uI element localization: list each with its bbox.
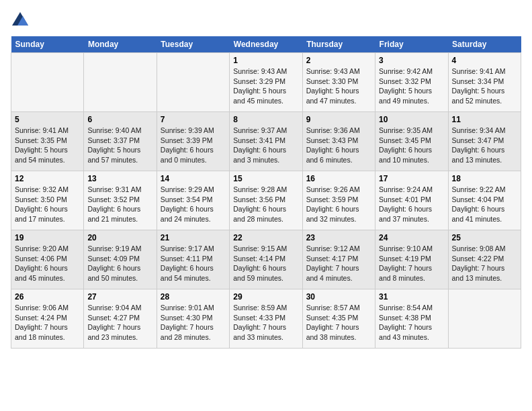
- day-number: 4: [452, 56, 517, 65]
- calendar-cell: 18Sunrise: 9:22 AM Sunset: 4:04 PM Dayli…: [448, 171, 521, 230]
- day-number: 19: [15, 233, 80, 242]
- day-info: Sunrise: 9:26 AM Sunset: 3:59 PM Dayligh…: [306, 185, 371, 224]
- weekday-header: Monday: [84, 36, 157, 53]
- day-number: 7: [161, 115, 226, 124]
- day-number: 2: [306, 56, 371, 65]
- calendar-cell: [84, 53, 157, 112]
- day-number: 11: [452, 115, 517, 124]
- logo-icon: [11, 11, 30, 30]
- day-info: Sunrise: 9:01 AM Sunset: 4:30 PM Dayligh…: [161, 303, 226, 342]
- day-number: 13: [87, 174, 152, 183]
- day-number: 20: [87, 233, 152, 242]
- weekday-header-row: SundayMondayTuesdayWednesdayThursdayFrid…: [11, 36, 521, 53]
- calendar-cell: [11, 53, 84, 112]
- calendar-cell: 2Sunrise: 9:43 AM Sunset: 3:30 PM Daylig…: [302, 53, 375, 112]
- day-info: Sunrise: 8:54 AM Sunset: 4:38 PM Dayligh…: [379, 303, 444, 342]
- day-info: Sunrise: 9:19 AM Sunset: 4:09 PM Dayligh…: [87, 244, 152, 283]
- day-info: Sunrise: 9:08 AM Sunset: 4:22 PM Dayligh…: [452, 244, 517, 283]
- day-info: Sunrise: 9:40 AM Sunset: 3:37 PM Dayligh…: [87, 126, 152, 165]
- day-info: Sunrise: 9:04 AM Sunset: 4:27 PM Dayligh…: [87, 303, 152, 342]
- day-info: Sunrise: 9:28 AM Sunset: 3:56 PM Dayligh…: [233, 185, 298, 224]
- weekday-header: Wednesday: [230, 36, 302, 53]
- day-info: Sunrise: 9:42 AM Sunset: 3:32 PM Dayligh…: [379, 66, 444, 106]
- day-info: Sunrise: 9:17 AM Sunset: 4:11 PM Dayligh…: [161, 244, 226, 283]
- calendar-cell: 10Sunrise: 9:35 AM Sunset: 3:45 PM Dayli…: [375, 112, 448, 171]
- calendar-cell: 28Sunrise: 9:01 AM Sunset: 4:30 PM Dayli…: [157, 289, 229, 349]
- day-number: 23: [306, 233, 371, 242]
- day-info: Sunrise: 9:36 AM Sunset: 3:43 PM Dayligh…: [306, 126, 371, 165]
- day-number: 26: [15, 292, 80, 302]
- calendar-cell: 26Sunrise: 9:06 AM Sunset: 4:24 PM Dayli…: [11, 289, 84, 349]
- weekday-header: Sunday: [11, 36, 84, 53]
- day-number: 25: [452, 233, 517, 242]
- day-info: Sunrise: 9:12 AM Sunset: 4:17 PM Dayligh…: [306, 244, 371, 283]
- day-info: Sunrise: 9:35 AM Sunset: 3:45 PM Dayligh…: [379, 126, 444, 165]
- day-info: Sunrise: 9:43 AM Sunset: 3:29 PM Dayligh…: [233, 66, 298, 106]
- calendar-cell: 19Sunrise: 9:20 AM Sunset: 4:06 PM Dayli…: [11, 230, 84, 289]
- calendar-cell: 30Sunrise: 8:57 AM Sunset: 4:35 PM Dayli…: [302, 289, 375, 349]
- calendar-cell: 3Sunrise: 9:42 AM Sunset: 3:32 PM Daylig…: [375, 53, 448, 112]
- day-info: Sunrise: 9:41 AM Sunset: 3:35 PM Dayligh…: [15, 126, 80, 165]
- calendar-cell: 22Sunrise: 9:15 AM Sunset: 4:14 PM Dayli…: [230, 230, 302, 289]
- calendar-cell: 15Sunrise: 9:28 AM Sunset: 3:56 PM Dayli…: [230, 171, 302, 230]
- day-number: 6: [87, 115, 152, 124]
- day-number: 15: [233, 174, 298, 183]
- day-number: 17: [379, 174, 444, 183]
- day-info: Sunrise: 9:15 AM Sunset: 4:14 PM Dayligh…: [233, 244, 298, 283]
- day-info: Sunrise: 9:29 AM Sunset: 3:54 PM Dayligh…: [161, 185, 226, 224]
- calendar-cell: 9Sunrise: 9:36 AM Sunset: 3:43 PM Daylig…: [302, 112, 375, 171]
- weekday-header: Thursday: [302, 36, 375, 53]
- day-number: 30: [306, 292, 371, 302]
- day-info: Sunrise: 9:22 AM Sunset: 4:04 PM Dayligh…: [452, 185, 517, 224]
- day-info: Sunrise: 9:41 AM Sunset: 3:34 PM Dayligh…: [452, 66, 517, 106]
- calendar-table: SundayMondayTuesdayWednesdayThursdayFrid…: [11, 36, 521, 349]
- weekday-header: Tuesday: [157, 36, 229, 53]
- day-number: 9: [306, 115, 371, 124]
- calendar-week-row: 12Sunrise: 9:32 AM Sunset: 3:50 PM Dayli…: [11, 171, 521, 230]
- day-number: 22: [233, 233, 298, 242]
- day-number: 8: [233, 115, 298, 124]
- calendar-cell: 31Sunrise: 8:54 AM Sunset: 4:38 PM Dayli…: [375, 289, 448, 349]
- calendar-cell: [157, 53, 229, 112]
- calendar-cell: [448, 289, 521, 349]
- calendar-cell: 7Sunrise: 9:39 AM Sunset: 3:39 PM Daylig…: [157, 112, 229, 171]
- calendar-cell: 4Sunrise: 9:41 AM Sunset: 3:34 PM Daylig…: [448, 53, 521, 112]
- day-info: Sunrise: 9:06 AM Sunset: 4:24 PM Dayligh…: [15, 303, 80, 342]
- day-number: 27: [87, 292, 152, 302]
- weekday-header: Saturday: [448, 36, 521, 53]
- day-info: Sunrise: 9:31 AM Sunset: 3:52 PM Dayligh…: [87, 185, 152, 224]
- day-number: 10: [379, 115, 444, 124]
- day-info: Sunrise: 9:32 AM Sunset: 3:50 PM Dayligh…: [15, 185, 80, 224]
- day-number: 18: [452, 174, 517, 183]
- day-info: Sunrise: 8:57 AM Sunset: 4:35 PM Dayligh…: [306, 303, 371, 342]
- day-info: Sunrise: 9:24 AM Sunset: 4:01 PM Dayligh…: [379, 185, 444, 224]
- weekday-header: Friday: [375, 36, 448, 53]
- calendar-cell: 24Sunrise: 9:10 AM Sunset: 4:19 PM Dayli…: [375, 230, 448, 289]
- calendar-cell: 17Sunrise: 9:24 AM Sunset: 4:01 PM Dayli…: [375, 171, 448, 230]
- calendar-cell: 21Sunrise: 9:17 AM Sunset: 4:11 PM Dayli…: [157, 230, 229, 289]
- day-info: Sunrise: 9:20 AM Sunset: 4:06 PM Dayligh…: [15, 244, 80, 283]
- day-number: 5: [15, 115, 80, 124]
- day-info: Sunrise: 9:34 AM Sunset: 3:47 PM Dayligh…: [452, 126, 517, 165]
- calendar-week-row: 26Sunrise: 9:06 AM Sunset: 4:24 PM Dayli…: [11, 289, 521, 349]
- day-info: Sunrise: 9:39 AM Sunset: 3:39 PM Dayligh…: [161, 126, 226, 165]
- day-number: 3: [379, 56, 444, 65]
- calendar-cell: 1Sunrise: 9:43 AM Sunset: 3:29 PM Daylig…: [230, 53, 302, 112]
- calendar-cell: 29Sunrise: 8:59 AM Sunset: 4:33 PM Dayli…: [230, 289, 302, 349]
- day-number: 29: [233, 292, 298, 302]
- day-number: 28: [161, 292, 226, 302]
- calendar-cell: 13Sunrise: 9:31 AM Sunset: 3:52 PM Dayli…: [84, 171, 157, 230]
- day-info: Sunrise: 8:59 AM Sunset: 4:33 PM Dayligh…: [233, 303, 298, 342]
- calendar-cell: 20Sunrise: 9:19 AM Sunset: 4:09 PM Dayli…: [84, 230, 157, 289]
- page-header: [11, 11, 521, 30]
- day-number: 31: [379, 292, 444, 302]
- day-info: Sunrise: 9:10 AM Sunset: 4:19 PM Dayligh…: [379, 244, 444, 283]
- day-info: Sunrise: 9:43 AM Sunset: 3:30 PM Dayligh…: [306, 66, 371, 106]
- calendar-cell: 14Sunrise: 9:29 AM Sunset: 3:54 PM Dayli…: [157, 171, 229, 230]
- calendar-cell: 11Sunrise: 9:34 AM Sunset: 3:47 PM Dayli…: [448, 112, 521, 171]
- calendar-week-row: 1Sunrise: 9:43 AM Sunset: 3:29 PM Daylig…: [11, 53, 521, 112]
- logo: [11, 11, 32, 30]
- day-number: 1: [233, 56, 298, 65]
- calendar-week-row: 5Sunrise: 9:41 AM Sunset: 3:35 PM Daylig…: [11, 112, 521, 171]
- calendar-cell: 12Sunrise: 9:32 AM Sunset: 3:50 PM Dayli…: [11, 171, 84, 230]
